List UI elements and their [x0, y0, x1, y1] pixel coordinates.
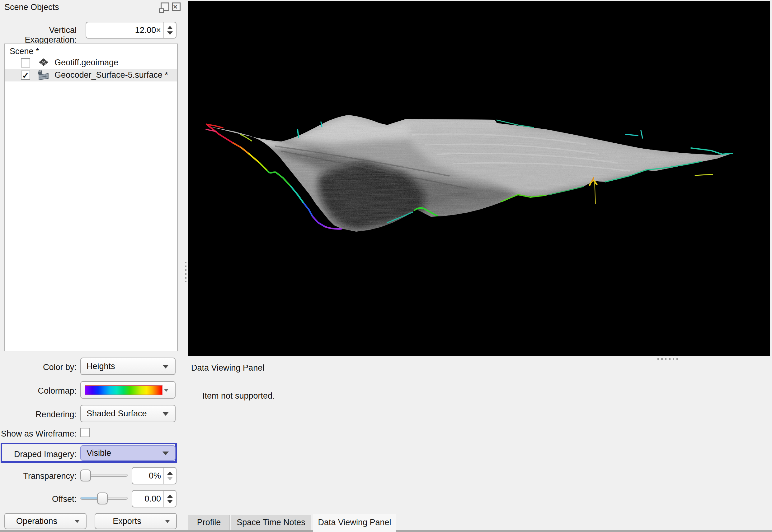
- chevron-down-icon: [162, 365, 169, 368]
- draped-imagery-label: Draped Imagery:: [0, 450, 77, 459]
- vertical-exaggeration-label: Vertical Exaggeration:: [0, 25, 77, 45]
- application-window: Scene Objects × Vertical Exaggeration: 1…: [0, 0, 772, 532]
- draped-imagery-value: Visible: [86, 448, 111, 458]
- colormap-gradient-swatch: [85, 385, 162, 395]
- spin-up-icon[interactable]: [167, 26, 173, 29]
- wireframe-label: Show as Wireframe:: [0, 429, 77, 439]
- rendering-value: Shaded Surface: [86, 409, 147, 419]
- surface-lock-icon: [37, 70, 50, 80]
- rendering-label: Rendering:: [0, 410, 77, 419]
- offset-label: Offset:: [0, 494, 77, 504]
- scene-root-label[interactable]: Scene *: [10, 47, 39, 56]
- transparency-label: Transparency:: [0, 471, 77, 481]
- item-not-supported-message: Item not supported.: [202, 391, 275, 401]
- color-by-dropdown[interactable]: Heights: [80, 358, 175, 375]
- chevron-down-icon: [164, 389, 169, 392]
- terrain-surface: [188, 1, 770, 356]
- spin-up-icon[interactable]: [167, 494, 173, 498]
- transparency-slider-handle[interactable]: [80, 470, 91, 481]
- geoimage-label[interactable]: Geotiff.geoimage: [54, 58, 118, 67]
- operations-button[interactable]: Operations: [4, 513, 86, 529]
- spin-down-icon[interactable]: [167, 31, 173, 35]
- tab-profile[interactable]: Profile: [188, 515, 230, 530]
- colormap-label: Colormap:: [0, 386, 77, 396]
- colormap-dropdown[interactable]: [80, 381, 175, 399]
- chevron-down-icon: [162, 412, 169, 416]
- float-panel-icon[interactable]: [160, 2, 169, 11]
- spin-down-icon[interactable]: [167, 500, 173, 503]
- geoimage-checkbox[interactable]: [21, 58, 30, 67]
- rendering-dropdown[interactable]: Shaded Surface: [80, 405, 175, 422]
- scene-3d-viewport[interactable]: [188, 1, 770, 356]
- close-panel-icon[interactable]: ×: [172, 2, 180, 11]
- surface-checkbox[interactable]: ✓: [21, 71, 30, 80]
- chevron-down-icon: [162, 451, 169, 455]
- spin-up-icon[interactable]: [167, 471, 173, 475]
- color-by-value: Heights: [86, 362, 115, 371]
- wireframe-checkbox[interactable]: [80, 428, 90, 437]
- data-viewing-panel-title: Data Viewing Panel: [191, 363, 264, 373]
- geoimage-layer-icon: [37, 58, 50, 68]
- offset-value: 0.00: [144, 494, 161, 504]
- horizontal-splitter-handle[interactable]: [658, 358, 678, 360]
- float-panel-icon-inner: [159, 8, 164, 13]
- tab-data-viewing-panel[interactable]: Data Viewing Panel: [313, 514, 396, 532]
- color-by-label: Color by:: [0, 363, 77, 372]
- offset-spinner[interactable]: 0.00: [132, 490, 176, 507]
- tree-row-geoimage[interactable]: Geotiff.geoimage: [5, 57, 177, 69]
- panel-title: Scene Objects: [4, 2, 59, 12]
- tree-row-surface[interactable]: ✓ Geocoder_Surface-5.surface *: [5, 69, 177, 81]
- vertical-exaggeration-value: 12.00×: [135, 25, 161, 35]
- transparency-spinner[interactable]: 0%: [132, 467, 176, 484]
- exports-button[interactable]: Exports: [95, 513, 177, 529]
- surface-label[interactable]: Geocoder_Surface-5.surface *: [54, 70, 168, 80]
- scene-tree: Scene * Geotiff.geoimage ✓: [4, 44, 178, 351]
- chevron-down-icon: [75, 520, 80, 523]
- tab-space-time-notes[interactable]: Space Time Notes: [231, 515, 311, 530]
- vertical-exaggeration-spinner[interactable]: 12.00×: [86, 22, 176, 39]
- draped-imagery-dropdown[interactable]: Visible: [80, 445, 175, 461]
- chevron-down-icon: [165, 520, 170, 523]
- vertical-splitter-handle[interactable]: [184, 262, 187, 282]
- spin-down-icon[interactable]: [167, 477, 173, 480]
- transparency-value: 0%: [149, 471, 161, 481]
- offset-slider-handle[interactable]: [97, 493, 108, 504]
